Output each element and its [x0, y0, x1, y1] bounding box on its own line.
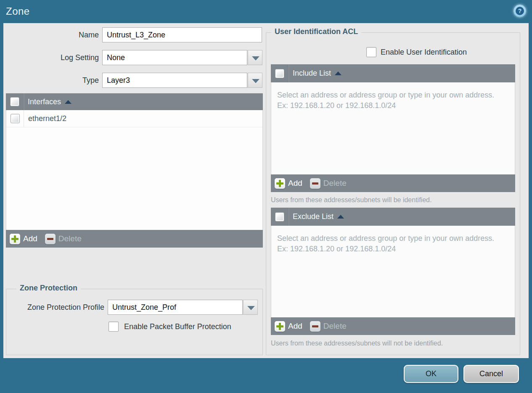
interfaces-panel: Interfaces ethernet1/2 Add Delete	[6, 93, 263, 248]
delete-icon	[310, 321, 320, 332]
type-dropdown-button[interactable]	[248, 73, 262, 88]
add-icon	[10, 234, 20, 244]
chevron-down-icon	[247, 306, 255, 310]
include-header-checkbox-cell	[271, 64, 288, 82]
include-list-toolbar: Add Delete	[271, 174, 515, 192]
exclude-list-placeholder: Select an address or address group or ty…	[277, 233, 495, 254]
include-list-hint: Users from these addresses/subnets will …	[271, 196, 431, 204]
zone-protection-profile-select[interactable]: Untrust_Zone_Prof	[108, 300, 243, 315]
packet-buffer-protection-label: Enable Packet Buffer Protection	[124, 322, 231, 332]
add-icon	[275, 321, 285, 332]
delete-button[interactable]: Delete	[45, 234, 82, 244]
interfaces-header: Interfaces	[6, 93, 263, 110]
include-list-panel: Include List Select an address or addres…	[271, 64, 515, 192]
delete-button[interactable]: Delete	[310, 321, 347, 332]
select-all-checkbox[interactable]	[275, 212, 284, 222]
cancel-button[interactable]: Cancel	[463, 365, 519, 383]
dialog-titlebar: Zone ?	[0, 0, 532, 23]
interfaces-toolbar: Add Delete	[6, 230, 263, 248]
exclude-header-checkbox-cell	[271, 208, 288, 226]
include-list-column-header[interactable]: Include List	[293, 69, 331, 78]
sort-ascending-icon	[337, 215, 344, 219]
zone-protection-profile-dropdown-button[interactable]	[243, 300, 258, 315]
row-checkbox[interactable]	[11, 114, 20, 123]
table-row[interactable]: ethernet1/2	[6, 110, 262, 127]
select-all-checkbox[interactable]	[275, 69, 284, 78]
delete-icon	[45, 234, 56, 244]
exclude-list-toolbar: Add Delete	[271, 317, 515, 335]
name-input[interactable]: Untrust_L3_Zone	[102, 27, 262, 42]
add-label: Add	[288, 322, 302, 331]
delete-button[interactable]: Delete	[310, 178, 347, 189]
exclude-list-header: Exclude List	[271, 208, 515, 226]
type-select[interactable]: Layer3	[102, 73, 247, 88]
add-icon	[275, 178, 285, 189]
delete-label: Delete	[323, 179, 347, 188]
exclude-list-column-header[interactable]: Exclude List	[293, 212, 333, 221]
type-label: Type	[3, 73, 99, 88]
zone-protection-legend: Zone Protection	[16, 284, 81, 293]
enable-user-identification-label: Enable User Identification	[381, 47, 467, 57]
name-label: Name	[3, 27, 99, 42]
user-identification-legend: User Identification ACL	[271, 27, 361, 36]
packet-buffer-protection-checkbox[interactable]	[109, 322, 119, 332]
include-list-body[interactable]: Select an address or address group or ty…	[271, 82, 515, 174]
interfaces-list: ethernet1/2	[6, 110, 263, 230]
interface-name: ethernet1/2	[28, 114, 66, 123]
chevron-down-icon	[252, 56, 259, 61]
add-label: Add	[23, 234, 37, 243]
exclude-list-hint: Users from these addresses/subnets will …	[271, 340, 443, 347]
add-button[interactable]: Add	[275, 321, 302, 332]
row-checkbox-cell	[6, 110, 24, 127]
delete-icon	[310, 178, 320, 189]
help-icon[interactable]: ?	[513, 5, 526, 17]
enable-user-identification-checkbox[interactable]	[366, 47, 376, 57]
exclude-list-panel: Exclude List Select an address or addres…	[271, 208, 515, 335]
sort-ascending-icon	[335, 71, 341, 75]
add-button[interactable]: Add	[275, 178, 302, 189]
exclude-list-body[interactable]: Select an address or address group or ty…	[271, 226, 515, 317]
sort-ascending-icon	[65, 100, 71, 104]
select-all-checkbox[interactable]	[10, 97, 19, 106]
chevron-down-icon	[252, 79, 259, 83]
include-list-header: Include List	[271, 64, 515, 82]
log-setting-label: Log Setting	[3, 50, 99, 65]
add-label: Add	[288, 179, 302, 188]
zone-protection-profile-label: Zone Protection Profile	[3, 300, 104, 315]
interfaces-column-header[interactable]: Interfaces	[28, 98, 61, 106]
delete-label: Delete	[58, 234, 82, 243]
log-setting-select[interactable]: None	[102, 50, 247, 65]
interfaces-header-checkbox-cell	[6, 93, 24, 110]
dialog-title: Zone	[6, 5, 30, 17]
add-button[interactable]: Add	[10, 234, 37, 244]
log-setting-dropdown-button[interactable]	[248, 50, 262, 65]
delete-label: Delete	[323, 322, 347, 331]
include-list-placeholder: Select an address or address group or ty…	[277, 90, 495, 111]
ok-button[interactable]: OK	[404, 365, 458, 383]
dialog-body: Name Untrust_L3_Zone Log Setting None Ty…	[3, 23, 529, 358]
